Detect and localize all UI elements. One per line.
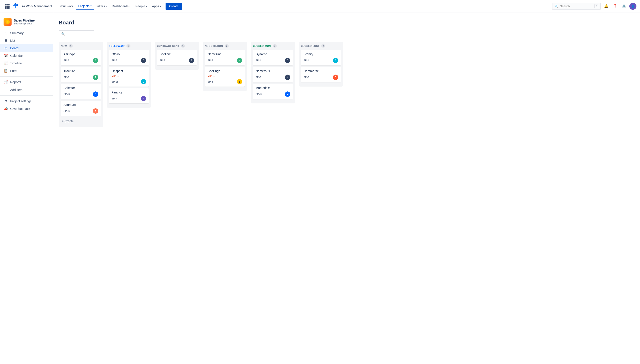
card-avatar: M — [285, 92, 290, 97]
card-commerse[interactable]: Commerse SP-6 C — [301, 67, 341, 82]
card-footer: SP-12 A — [64, 108, 98, 114]
sidebar-item-give-feedback[interactable]: 📣 Give feedback — [0, 105, 53, 112]
page-title: Board — [59, 20, 635, 26]
board-search-box[interactable]: 🔍 — [59, 30, 94, 37]
settings-button[interactable]: ⚙️ — [620, 3, 627, 10]
nav-apps[interactable]: Apps ▾ — [150, 3, 163, 9]
column-new-label: NEW — [61, 44, 67, 47]
card-footer: SP-4 S — [207, 79, 242, 84]
card-altomare[interactable]: Altomare SP-12 A — [61, 101, 101, 116]
card-id: SP-3 — [159, 59, 165, 62]
card-footer: SP-17 M — [256, 92, 290, 97]
board-search-input[interactable] — [66, 32, 105, 36]
card-avatar: U — [141, 79, 146, 84]
column-negotiation-header: NEGOTIATION 2 — [205, 44, 245, 48]
nav-people[interactable]: People ▾ — [133, 3, 149, 9]
card-namerous[interactable]: Namerous SP-6 N — [253, 67, 293, 82]
column-follow-up-count: 3 — [126, 44, 130, 48]
card-branity[interactable]: Branity SP-1 B — [301, 50, 341, 65]
sidebar-item-calendar[interactable]: 📅 Calendar — [0, 52, 53, 60]
gear-icon: ⚙️ — [622, 4, 626, 8]
column-contract-sent-count: 1 — [181, 44, 185, 48]
search-input[interactable] — [560, 4, 593, 8]
column-new-header: NEW 4 — [61, 44, 101, 48]
card-spellow[interactable]: Spellow SP-3 S — [157, 50, 197, 65]
column-new-create-button[interactable]: + Create — [61, 118, 101, 125]
card-avatar: B — [333, 58, 338, 63]
card-id: SP-18 — [112, 80, 118, 83]
app-switcher-button[interactable] — [4, 3, 11, 10]
column-contract-sent-label: CONTRACT SENT — [157, 44, 179, 47]
filters-dropdown-arrow: ▾ — [106, 5, 107, 7]
sidebar-item-form[interactable]: 📋 Form — [0, 67, 53, 74]
card-avatar: O — [141, 58, 146, 63]
nav-dashboards[interactable]: Dashboards ▾ — [110, 3, 133, 9]
bell-icon: 🔔 — [604, 4, 608, 8]
card-altcrypt[interactable]: AltCrypt SP-8 A — [61, 50, 101, 65]
column-closed-won-label: CLOSED WON — [253, 44, 271, 47]
card-title: Spellow — [159, 52, 194, 56]
card-marketinix[interactable]: Marketinix SP-17 M — [253, 84, 293, 99]
sidebar-item-reports[interactable]: 📈 Reports — [0, 78, 53, 86]
card-title: Altomare — [64, 103, 98, 106]
card-id: SP-1 — [304, 59, 309, 62]
search-box[interactable]: 🔍 / — [552, 3, 601, 10]
sidebar-item-list[interactable]: ☰ List — [0, 37, 53, 44]
card-id: SP-2 — [207, 59, 213, 62]
card-title: Branity — [304, 52, 338, 56]
help-button[interactable]: ❓ — [611, 3, 619, 10]
card-avatar: S — [237, 79, 242, 84]
card-footer: SP-6 N — [256, 74, 290, 80]
card-title: Spellingo — [207, 69, 242, 73]
sidebar-item-board[interactable]: ⊞ Board — [0, 44, 53, 52]
sidebar-item-add-item[interactable]: ＋ Add item — [0, 86, 53, 94]
brand-logo-link[interactable]: Jira Work Management — [13, 3, 52, 9]
sidebar-item-summary[interactable]: ⊟ Summary — [0, 29, 53, 37]
sidebar-item-project-settings[interactable]: ⚙ Project settings — [0, 98, 53, 105]
user-avatar-button[interactable]: 👤 — [629, 3, 636, 10]
card-id: SP-1 — [256, 59, 261, 62]
main-content: Board 🔍 NEW 4 AltCrypt SP-8 A — [53, 12, 640, 364]
card-namezine[interactable]: Namezine SP-2 N — [205, 50, 245, 65]
create-button[interactable]: Create — [165, 3, 182, 10]
column-closed-won-count: 3 — [273, 44, 277, 48]
card-due-date: Mar 16 — [207, 74, 242, 77]
card-id: SP-6 — [304, 76, 309, 78]
card-avatar: D — [285, 58, 290, 63]
column-closed-lost: CLOSED LOST 2 Branity SP-1 B Commerse SP… — [299, 42, 343, 86]
card-title: Financy — [112, 90, 146, 94]
card-title: Salestor — [64, 86, 98, 90]
calendar-icon: 📅 — [4, 54, 8, 58]
card-avatar: T — [93, 74, 98, 80]
sidebar-item-timeline[interactable]: 📊 Timeline — [0, 60, 53, 67]
sidebar-divider — [0, 76, 53, 76]
column-negotiation: NEGOTIATION 2 Namezine SP-2 N Spellingo … — [203, 42, 247, 91]
card-footer: SP-6 C — [304, 74, 338, 80]
column-negotiation-label: NEGOTIATION — [205, 44, 223, 47]
notifications-button[interactable]: 🔔 — [603, 3, 610, 10]
nav-your-work[interactable]: Your work — [57, 3, 76, 9]
people-dropdown-arrow: ▾ — [146, 5, 147, 7]
top-navigation: Jira Work Management Your work Projects … — [0, 0, 640, 12]
reports-icon: 📈 — [4, 80, 8, 84]
card-spellingo[interactable]: Spellingo Mar 16 SP-4 S — [205, 67, 245, 86]
column-new-count: 4 — [69, 44, 73, 48]
card-tracture[interactable]: Tracture SP-8 T — [61, 67, 101, 82]
card-upspect[interactable]: Upspect Mar 12 SP-18 U — [109, 67, 149, 86]
card-title: Marketinix — [256, 86, 290, 90]
board-search-wrapper: 🔍 — [59, 30, 635, 37]
nav-projects[interactable]: Projects ▾ — [76, 3, 94, 10]
nav-left: Jira Work Management Your work Projects … — [4, 3, 182, 10]
project-header: S Sales Pipeline Business project — [0, 16, 53, 29]
card-footer: SP-3 S — [159, 58, 194, 63]
card-footer: SP-1 D — [256, 58, 290, 63]
card-id: SP-6 — [256, 76, 261, 78]
form-icon: 📋 — [4, 69, 8, 73]
card-financy[interactable]: Financy SP-7 F — [109, 88, 149, 104]
card-dyname[interactable]: Dyname SP-1 D — [253, 50, 293, 65]
card-ofolio[interactable]: Ofolio SP-6 O — [109, 50, 149, 65]
search-icon: 🔍 — [555, 4, 558, 8]
card-salestor[interactable]: Salestor SP-12 S — [61, 84, 101, 99]
nav-filters[interactable]: Filters ▾ — [94, 3, 109, 9]
card-title: AltCrypt — [64, 52, 98, 56]
